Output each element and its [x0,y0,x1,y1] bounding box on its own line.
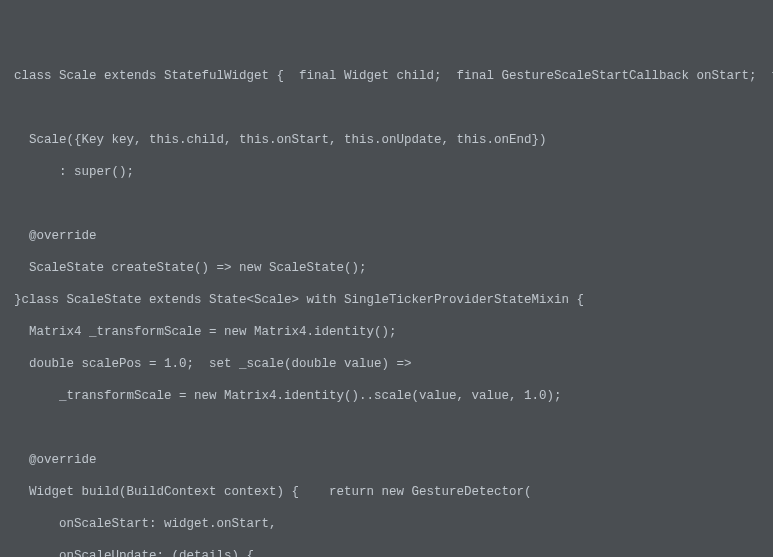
code-line [0,196,773,212]
code-line: onScaleUpdate: (details) { [0,548,773,557]
code-line: double scalePos = 1.0; set _scale(double… [0,356,773,372]
code-line: : super(); [0,164,773,180]
code-line [0,100,773,116]
code-line: @override [0,228,773,244]
code-line [0,420,773,436]
code-line: ScaleState createState() => new ScaleSta… [0,260,773,276]
code-line: onScaleStart: widget.onStart, [0,516,773,532]
code-line: class Scale extends StatefulWidget { fin… [0,68,773,84]
code-line: Matrix4 _transformScale = new Matrix4.id… [0,324,773,340]
code-line: }class ScaleState extends State<Scale> w… [0,292,773,308]
code-line: @override [0,452,773,468]
code-line: Widget build(BuildContext context) { ret… [0,484,773,500]
code-line: Scale({Key key, this.child, this.onStart… [0,132,773,148]
code-line: _transformScale = new Matrix4.identity()… [0,388,773,404]
